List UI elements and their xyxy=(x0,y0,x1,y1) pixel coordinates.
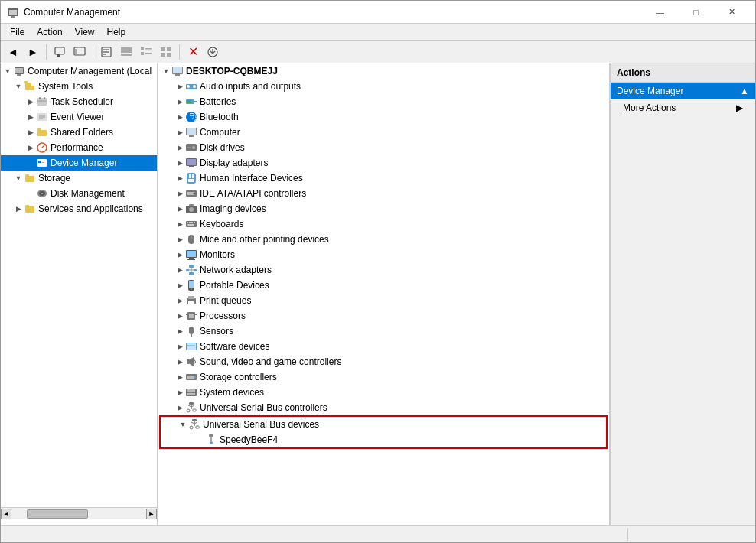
hscroll-left-btn[interactable]: ◄ xyxy=(1,509,11,519)
center-display[interactable]: ▶ Display adapters xyxy=(158,155,609,171)
center-keyboards[interactable]: ▶ Keyboards xyxy=(158,216,609,232)
svg-rect-95 xyxy=(189,265,194,268)
center-ide[interactable]: ▶ IDE ATA/ATAPI controllers xyxy=(158,186,609,201)
sensors-arrow: ▶ xyxy=(174,326,185,337)
center-sysdevices[interactable]: ▶ System devices xyxy=(158,385,609,400)
left-tree-root[interactable]: ▼ Computer Management (Local xyxy=(1,63,157,79)
storage-icon xyxy=(24,172,36,184)
svg-point-81 xyxy=(189,207,194,212)
center-bluetooth[interactable]: ▶ ⮷ Bluetooth xyxy=(158,109,609,125)
svg-rect-17 xyxy=(145,53,152,54)
minimize-button[interactable]: — xyxy=(643,1,677,24)
event-viewer-arrow: ▶ xyxy=(25,112,36,122)
left-disk-management[interactable]: Disk Management xyxy=(1,186,157,201)
svg-rect-71 xyxy=(187,159,196,165)
left-task-scheduler[interactable]: ▶ Task Scheduler xyxy=(1,94,157,109)
export-button[interactable] xyxy=(204,43,222,61)
monitors-label: Monitors xyxy=(200,249,235,260)
menu-view[interactable]: View xyxy=(69,25,101,39)
center-audio[interactable]: ▶ Audio inputs and outputs xyxy=(158,79,609,94)
center-panel-filler xyxy=(158,449,609,510)
center-diskdrives[interactable]: ▶ Disk drives xyxy=(158,140,609,155)
hscroll-right-btn[interactable]: ► xyxy=(146,509,157,519)
center-network[interactable]: ▶ Network adapters xyxy=(158,262,609,278)
main-window: Computer Management — □ ✕ File Action Vi… xyxy=(0,0,756,543)
svg-rect-43 xyxy=(42,161,45,161)
processors-label: Processors xyxy=(200,311,246,321)
svg-rect-116 xyxy=(191,334,192,337)
menu-action[interactable]: Action xyxy=(31,25,68,39)
usb-devices-icon xyxy=(188,418,200,431)
center-software[interactable]: ▶ Software devices xyxy=(158,339,609,354)
menu-file[interactable]: File xyxy=(4,25,31,39)
left-services[interactable]: ▶ Services and Applications xyxy=(1,201,157,216)
center-print[interactable]: ▶ Print queues xyxy=(158,293,609,308)
svg-rect-126 xyxy=(191,389,195,392)
audio-label: Audio inputs and outputs xyxy=(200,81,301,92)
details-button[interactable] xyxy=(137,43,155,61)
svg-rect-28 xyxy=(25,86,34,90)
svg-rect-46 xyxy=(25,174,29,177)
center-monitors[interactable]: ▶ Monitors xyxy=(158,247,609,262)
svg-rect-125 xyxy=(187,389,191,392)
menu-help[interactable]: Help xyxy=(101,25,132,39)
system-tools-label: System Tools xyxy=(38,81,93,92)
show-button[interactable] xyxy=(70,43,89,61)
center-speedybee[interactable]: SpeedyBeeF4 xyxy=(161,432,606,447)
actions-section[interactable]: Device Manager ▲ xyxy=(611,83,755,99)
bluetooth-icon: ⮷ xyxy=(185,111,197,123)
status-bar xyxy=(1,525,755,542)
back-button[interactable]: ◄ xyxy=(4,43,22,61)
left-system-tools[interactable]: ▼ System Tools xyxy=(1,79,157,94)
toolbar-separator-2 xyxy=(93,44,93,60)
svg-rect-110 xyxy=(189,314,194,318)
center-processors[interactable]: ▶ Processors xyxy=(158,308,609,324)
keyboards-arrow: ▶ xyxy=(174,219,185,229)
center-usb-devices[interactable]: ▼ Universal Serial Bus devices xyxy=(161,417,606,432)
list-button[interactable] xyxy=(117,43,135,61)
close-button[interactable]: ✕ xyxy=(715,1,749,24)
svg-rect-3 xyxy=(55,47,64,54)
svg-rect-45 xyxy=(25,176,34,182)
center-hid[interactable]: ▶ Human Interface Devices xyxy=(158,171,609,186)
up-button[interactable] xyxy=(51,43,69,61)
imaging-icon xyxy=(185,203,197,215)
svg-rect-60 xyxy=(194,101,197,102)
properties-button[interactable] xyxy=(97,43,116,61)
svg-rect-113 xyxy=(195,314,197,315)
maximize-button[interactable]: □ xyxy=(679,1,713,24)
center-sensors[interactable]: ▶ Sensors xyxy=(158,324,609,339)
center-imaging[interactable]: ▶ Imaging devices xyxy=(158,201,609,216)
left-hscrollbar[interactable]: ◄ ► xyxy=(1,507,157,519)
software-icon xyxy=(185,340,197,353)
actions-more[interactable]: More Actions ▶ xyxy=(611,99,755,116)
center-storage-ctrl[interactable]: ▶ Storage controllers xyxy=(158,369,609,385)
center-sound[interactable]: ▶ Sound, video and game controllers xyxy=(158,354,609,369)
actions-header: Actions xyxy=(611,63,755,83)
portable-label: Portable Devices xyxy=(200,280,269,291)
thumbs-button[interactable] xyxy=(157,43,175,61)
processors-arrow: ▶ xyxy=(174,311,185,321)
left-performance[interactable]: ▶ Performance xyxy=(1,140,157,155)
forward-button[interactable]: ► xyxy=(24,43,42,61)
hscroll-thumb[interactable] xyxy=(27,509,88,519)
svg-rect-93 xyxy=(189,258,194,259)
actions-section-arrow: ▲ xyxy=(740,86,749,96)
left-storage[interactable]: ▼ Storage xyxy=(1,171,157,186)
print-arrow: ▶ xyxy=(174,295,185,306)
center-computer[interactable]: ▶ Computer xyxy=(158,125,609,140)
center-usb-ctrl[interactable]: ▶ Universal Serial Bus controllers xyxy=(158,400,609,415)
delete-button[interactable]: ✕ xyxy=(184,43,202,61)
svg-rect-15 xyxy=(145,48,152,50)
svg-rect-104 xyxy=(189,281,194,288)
svg-rect-72 xyxy=(189,166,194,167)
svg-rect-82 xyxy=(189,204,194,206)
center-mice[interactable]: ▶ Mice and other pointing devices xyxy=(158,232,609,247)
left-event-viewer[interactable]: ▶ Event Viewer xyxy=(1,109,157,125)
center-root[interactable]: ▼ DESKTOP-CQBMEJJ xyxy=(158,63,609,79)
center-batteries[interactable]: ▶ Batteries xyxy=(158,94,609,109)
left-shared-folders[interactable]: ▶ Shared Folders xyxy=(1,125,157,140)
left-device-manager[interactable]: Device Manager xyxy=(1,155,157,171)
center-portable[interactable]: ▶ Portable Devices xyxy=(158,278,609,293)
svg-rect-115 xyxy=(189,327,194,334)
